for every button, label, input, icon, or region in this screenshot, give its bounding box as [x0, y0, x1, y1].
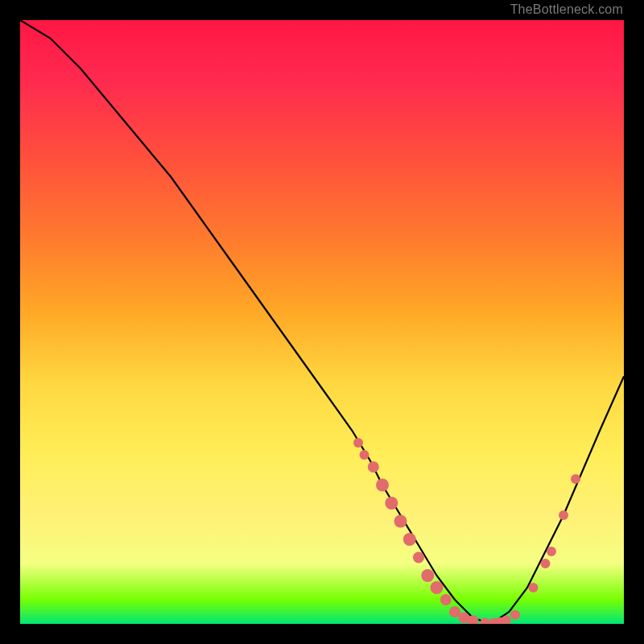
curve-marker — [510, 610, 520, 620]
attribution-text: TheBottleneck.com — [510, 3, 623, 16]
curve-marker — [403, 533, 416, 546]
curve-marker — [547, 547, 556, 556]
curve-marker — [413, 552, 424, 564]
curve-marker — [368, 461, 379, 473]
curve-marker — [385, 497, 398, 510]
curve-marker — [394, 515, 407, 528]
curve-marker — [559, 510, 568, 520]
curve-marker — [481, 618, 490, 625]
curve-marker — [541, 559, 551, 568]
chart-overlay — [20, 20, 624, 624]
curve-marker — [431, 581, 444, 594]
curve-marker — [353, 438, 363, 448]
curve-marker — [360, 450, 369, 460]
curve-markers — [353, 438, 580, 624]
curve-marker — [421, 569, 434, 582]
curve-marker — [571, 474, 580, 484]
bottleneck-curve — [20, 20, 624, 624]
curve-marker — [376, 479, 389, 492]
curve-marker — [529, 583, 539, 592]
curve-marker — [440, 594, 452, 605]
